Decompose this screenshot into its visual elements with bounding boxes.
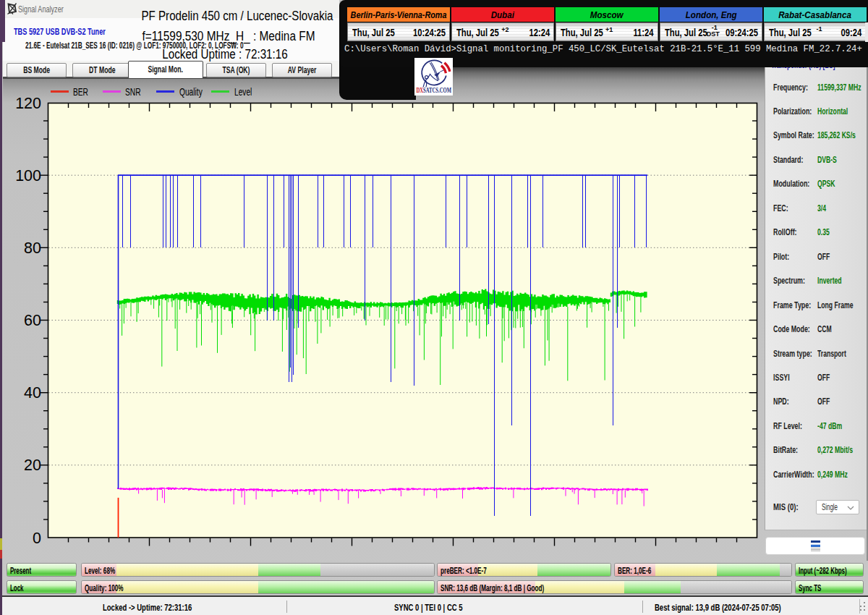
svg-text:DXSATCS.COM: DXSATCS.COM — [416, 86, 451, 94]
svg-text:120: 120 — [15, 95, 41, 112]
svg-text:100: 100 — [15, 167, 41, 184]
svg-text:40: 40 — [24, 384, 41, 402]
svg-text:80: 80 — [24, 239, 41, 257]
svg-text:60: 60 — [24, 312, 41, 329]
svg-text:20: 20 — [24, 457, 41, 474]
svg-text:0: 0 — [33, 530, 41, 547]
